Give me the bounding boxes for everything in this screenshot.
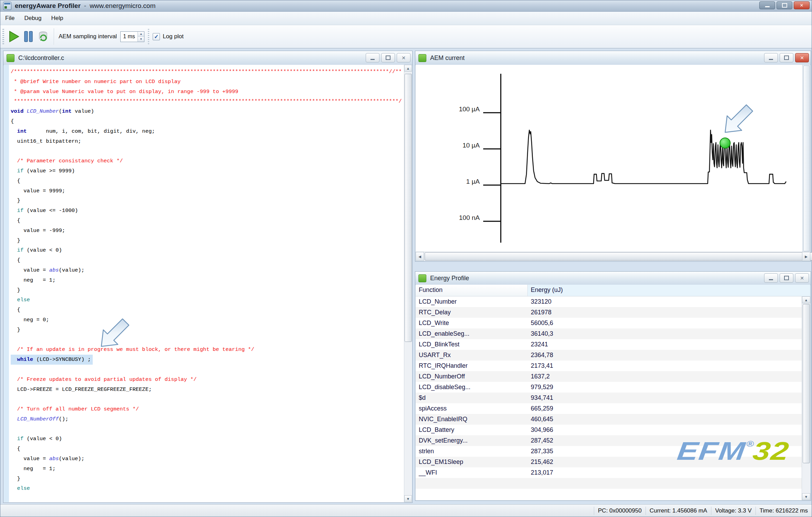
table-row[interactable]: $d934,741 [416,393,802,403]
status-voltage: Voltage: 3.3 V [711,507,755,515]
aem-hscroll-thumb[interactable] [425,252,812,261]
minimize-icon [769,59,773,60]
minimize-button[interactable] [759,1,775,9]
table-row[interactable]: LCD_Write56005,6 [416,318,802,328]
code-close-button[interactable]: ✕ [397,53,410,62]
aem-minimize-button[interactable] [764,53,778,62]
table-row-empty [416,489,802,499]
maximize-icon [782,3,787,8]
restore-icon [784,276,789,280]
table-row[interactable]: LCD_Number323120 [416,296,802,307]
code-minimize-button[interactable] [366,53,379,62]
efm32-logo: EFM®32 [676,436,791,466]
scroll-up-icon[interactable]: ▲ [404,65,412,72]
code-line: /* Parameter consistancy check */ [11,156,403,166]
aem-restore-button[interactable] [780,53,793,62]
table-row[interactable]: LCD_enableSeg...36140,3 [416,328,802,339]
toolbar-separator2 [148,29,149,44]
energy-panel-titlebar[interactable]: Energy Profile ✕ [415,272,811,285]
energy-minimize-button[interactable] [764,273,778,283]
code-restore-button[interactable] [381,53,395,62]
code-line: * @param value Numeric value to put on d… [11,87,403,97]
spinner-down-icon[interactable]: ▼ [138,37,144,42]
code-line: neg = 0; [11,315,403,325]
spinner-up-icon[interactable]: ▲ [138,32,144,37]
app-icon [3,2,11,10]
aem-vertical-scrollbar[interactable] [802,65,810,252]
table-header: Function Energy (uJ) [416,285,810,296]
scroll-down-icon[interactable]: ▼ [802,493,810,500]
scroll-up-icon[interactable]: ▲ [802,296,810,303]
aem-chart-area[interactable]: 100 µA10 µA1 µA100 nA [416,65,810,252]
column-header-function[interactable]: Function [416,285,528,296]
energy-table: LCD_Number323120RTC_Delay261978LCD_Write… [416,296,802,500]
column-header-energy[interactable]: Energy (uJ) [528,285,810,296]
code-editor[interactable]: /***************************************… [4,65,412,502]
aem-horizontal-scrollbar[interactable]: ◀ ▶ [416,252,810,261]
menu-file[interactable]: File [0,12,19,25]
scroll-right-icon[interactable]: ▶ [802,252,810,261]
aem-panel-title: AEM current [430,54,465,62]
code-line: } [11,325,403,335]
code-line: { [11,305,403,315]
aem-panel-titlebar[interactable]: AEM current ✕ [415,51,811,65]
play-icon [8,30,20,43]
aem-close-button[interactable]: ✕ [795,53,809,62]
table-row[interactable]: spiAccess665,259 [416,403,802,414]
code-line [11,424,403,434]
code-line: int num, i, com, bit, digit, div, neg; [11,126,403,136]
scroll-left-icon[interactable]: ◀ [416,252,424,261]
restore-icon [784,55,789,60]
energy-vertical-scrollbar[interactable]: ▲ ▼ [802,296,810,500]
code-line: { [11,444,403,454]
code-line: /* Freeze updates to avoid partial updat… [11,375,403,385]
code-line: if (value >= 9999) [11,166,403,176]
log-plot-checkbox[interactable]: ✓ [153,33,160,40]
table-row[interactable]: LCD_Battery304,966 [416,425,802,435]
scroll-down-icon[interactable]: ▼ [404,495,412,502]
aem-vscroll-thumb[interactable] [803,65,810,251]
table-row-empty [416,478,802,489]
sampling-interval-value[interactable]: 1 ms [121,32,138,42]
code-line: if (value < 0) [11,245,403,255]
table-row[interactable]: RTC_IRQHandler2173,41 [416,361,802,371]
code-line: { [11,255,403,265]
energy-close-button[interactable]: ✕ [795,273,809,283]
code-line: /* Turn off all number LCD segments */ [11,404,403,414]
pause-button[interactable] [21,29,36,44]
aem-current-chart: 100 µA10 µA1 µA100 nA [416,65,803,252]
titlebar[interactable]: energyAware Profiler-www.energymicro.com… [0,0,812,12]
sampling-interval-label: AEM sampling interval [59,33,117,40]
maximize-button[interactable] [777,1,792,9]
close-icon: ✕ [800,55,804,61]
menu-help[interactable]: Help [47,12,68,25]
code-line: else [11,295,403,305]
play-button[interactable] [7,29,21,44]
table-row[interactable]: RTC_Delay261978 [416,307,802,318]
code-line: ****************************************… [11,97,403,107]
menu-debug[interactable]: Debug [19,12,46,25]
code-line: value = abs(value); [11,265,403,275]
table-row[interactable]: LCD_NumberOff1637,2 [416,371,802,382]
energy-restore-button[interactable] [780,273,793,283]
table-row[interactable]: LCD_disableSeg...979,529 [416,382,802,393]
energy-scroll-thumb[interactable] [803,304,810,463]
table-row[interactable]: __WFI213,017 [416,467,802,478]
sampling-interval-input[interactable]: 1 ms ▲ ▼ [120,31,144,42]
current-waveform [501,130,786,184]
close-button[interactable]: ✕ [794,1,810,9]
toolbar-grip[interactable] [2,29,4,44]
table-row[interactable]: LCD_BlinkTest23241 [416,339,802,350]
code-line: if (value <= -1000) [11,206,403,216]
code-line [11,394,403,404]
table-row[interactable]: USART_Rx2364,78 [416,350,802,361]
table-row[interactable]: NVIC_EnableIRQ460,645 [416,414,802,425]
code-vertical-scrollbar[interactable]: ▲ ▼ [404,65,412,502]
code-line: { [11,176,403,186]
code-scroll-thumb[interactable] [405,74,412,342]
code-panel-titlebar[interactable]: C:\lcdcontroller.c ✕ [3,51,412,65]
code-line: value = 9999; [11,186,403,196]
profile-icon [418,274,426,282]
reset-button[interactable] [36,29,50,44]
minimize-icon [765,6,770,7]
